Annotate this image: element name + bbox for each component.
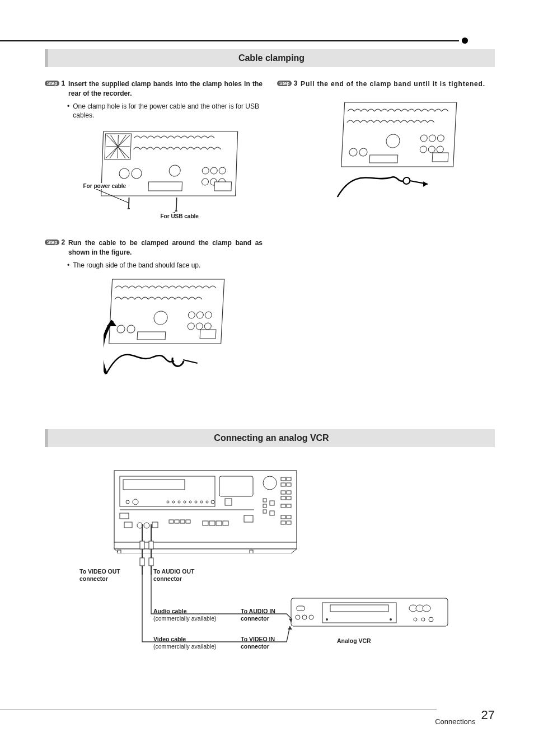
step-number: 1: [61, 79, 65, 87]
clamp-loop-icon: [104, 276, 227, 385]
step-pill-icon: Step: [45, 240, 59, 246]
step-badge-1: Step 1: [45, 79, 65, 87]
label-for-usb-cable: For USB cable: [160, 213, 200, 219]
recorder-rear-icon: [87, 126, 243, 221]
step-1-body-text: One clamp hole is for the power cable an…: [73, 102, 263, 121]
header-rule: [0, 40, 459, 41]
figure-step1: For power cable For USB cable: [67, 126, 263, 223]
step-3-title: Pull the end of the clamp band until it …: [301, 79, 485, 89]
step-2-body: • The rough side of the band should face…: [67, 261, 263, 270]
svg-rect-26: [137, 332, 166, 340]
bullet-icon: •: [67, 102, 69, 121]
svg-point-2: [119, 168, 129, 179]
step-1-title: Insert the supplied clamp bands into the…: [68, 79, 263, 98]
connection-arrows-icon: [91, 464, 449, 665]
steps-columns: Step 1 Insert the supplied clamp bands i…: [45, 79, 495, 402]
step-1: Step 1 Insert the supplied clamp bands i…: [45, 79, 263, 223]
step-badge-2: Step 2: [45, 238, 65, 246]
step-2: Step 2 Run the cable to be clamped aroun…: [45, 238, 263, 386]
svg-point-3: [131, 168, 142, 179]
step-number: 3: [293, 79, 297, 87]
step-2-title: Run the cable to be clamped around the c…: [68, 238, 263, 257]
step-1-body: • One clamp hole is for the power cable …: [67, 102, 263, 121]
svg-point-4: [168, 165, 180, 176]
label-for-power-cable: For power cable: [82, 183, 128, 189]
footer-section-label: Connections: [435, 717, 475, 726]
right-column: Step 3 Pull the end of the clamp band un…: [277, 79, 495, 402]
step-number: 2: [61, 238, 65, 246]
step-3: Step 3 Pull the end of the clamp band un…: [277, 79, 495, 210]
bullet-icon: •: [67, 261, 69, 270]
svg-rect-39: [369, 155, 398, 163]
page-number: 27: [481, 708, 495, 722]
left-column: Step 1 Insert the supplied clamp bands i…: [45, 79, 263, 402]
clamp-tighten-icon: [336, 99, 459, 208]
step-pill-icon: Step: [45, 81, 59, 87]
vcr-diagram: To VIDEO OUT connector To AUDIO OUT conn…: [91, 464, 449, 668]
banner-connecting-vcr: Connecting an analog VCR: [45, 429, 495, 447]
header-dot-icon: [462, 37, 468, 44]
svg-rect-12: [214, 182, 231, 191]
figure-step2: [67, 276, 263, 387]
svg-rect-11: [148, 182, 182, 191]
svg-point-40: [403, 177, 410, 184]
step-pill-icon: Step: [277, 81, 292, 87]
step-badge-3: Step 3: [277, 79, 297, 87]
svg-marker-118: [288, 626, 292, 630]
svg-marker-41: [423, 181, 428, 187]
svg-rect-38: [432, 153, 448, 162]
svg-rect-25: [200, 330, 216, 339]
banner-cable-clamping: Cable clamping: [45, 49, 495, 67]
figure-step3: [299, 99, 495, 210]
step-2-body-text: The rough side of the band should face u…: [73, 261, 200, 270]
